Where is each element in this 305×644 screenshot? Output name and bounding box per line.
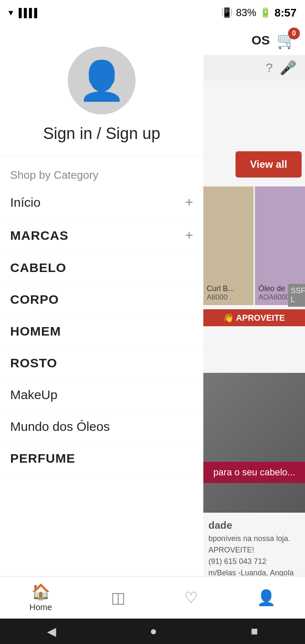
search-area: ? 🎤 — [203, 55, 305, 80]
avatar-icon: 👤 — [78, 58, 125, 103]
product-price-1: A8000 . — [207, 293, 250, 302]
drawer-menu-item-1[interactable]: MARCAS+ — [0, 219, 203, 252]
signal-icon: ▐▐▐▐ — [16, 8, 36, 18]
drawer-menu-item-7[interactable]: Mundo dos Óleos — [0, 411, 203, 443]
nav-wishlist[interactable]: ♡ — [184, 589, 198, 607]
drawer-menu-item-8[interactable]: PERFUME — [0, 443, 203, 475]
app-header: OS 🛒 0 — [203, 25, 305, 55]
store-info-phone: (91) 615 043 712 — [208, 556, 300, 567]
android-nav-bar: ◀ ● ■ — [0, 619, 305, 644]
drawer-menu-label-7: Mundo dos Óleos — [10, 419, 110, 434]
mic-icon[interactable]: 🎤 — [280, 60, 297, 76]
drawer-menu-label-0: Início — [10, 195, 41, 210]
drawer-menu-item-2[interactable]: CABELO — [0, 252, 203, 284]
heart-icon: ♡ — [184, 589, 198, 607]
store-area — [203, 373, 305, 534]
home-icon: 🏠 — [31, 583, 50, 601]
ssf-label: SSF L — [288, 284, 305, 307]
drawer-menu-item-5[interactable]: ROSTO — [0, 347, 203, 379]
status-left: ▾ ▐▐▐▐ — [8, 7, 36, 18]
nav-home-label: Home — [29, 602, 52, 612]
drawer-menu-item-4[interactable]: HOMEM — [0, 316, 203, 347]
drawer-menu-label-6: MakeUp — [10, 388, 58, 402]
drawer: 👤 Sign in / Sign up Shop by Category Iní… — [0, 25, 203, 619]
store-label: para o seu cabelo... — [203, 462, 305, 483]
battery-icon: 🔋 — [260, 7, 271, 18]
style-icon: ◫ — [111, 589, 125, 607]
product-name-1: Curl B... — [207, 284, 250, 293]
wifi-icon: ▾ — [8, 7, 13, 18]
battery-percent: 83% — [236, 7, 256, 19]
drawer-profile: 👤 Sign in / Sign up — [0, 25, 203, 156]
time-display: 8:57 — [274, 6, 297, 19]
nav-home[interactable]: 🏠 Home — [29, 583, 52, 612]
drawer-menu-item-6[interactable]: MakeUp — [0, 379, 203, 411]
drawer-menu-label-4: HOMEM — [10, 324, 61, 339]
drawer-menu-list: Início+MARCAS+CABELOCORPOHOMEMROSTOMakeU… — [0, 186, 203, 475]
recent-button[interactable]: ■ — [251, 625, 258, 638]
cart-badge: 0 — [288, 28, 300, 39]
cart-button[interactable]: 🛒 0 — [277, 31, 297, 50]
drawer-menu-item-3[interactable]: CORPO — [0, 284, 203, 316]
plus-icon: + — [185, 228, 193, 243]
vibrate-icon: 📳 — [221, 7, 233, 18]
drawer-menu-label-1: MARCAS — [10, 228, 69, 243]
nav-profile[interactable]: 👤 — [257, 589, 276, 607]
nav-style[interactable]: ◫ — [111, 589, 125, 607]
status-bar: ▾ ▐▐▐▐ 📳 83% 🔋 8:57 — [0, 0, 305, 25]
product-card-1[interactable]: Curl B... A8000 . — [203, 186, 253, 305]
sign-in-button[interactable]: Sign in / Sign up — [43, 125, 161, 143]
drawer-menu-label-2: CABELO — [10, 261, 67, 275]
search-question: ? — [266, 61, 273, 75]
home-button[interactable]: ● — [150, 625, 157, 638]
drawer-menu-label-3: CORPO — [10, 292, 59, 307]
store-info-dade: dade — [208, 518, 300, 533]
bottom-nav: 🏠 Home ◫ ♡ 👤 — [0, 576, 305, 619]
view-all-button[interactable]: View all — [236, 151, 302, 178]
store-info-line2: bponíveis na nossa loja. APROVEITE! — [208, 533, 300, 556]
drawer-menu-item-0[interactable]: Início+ — [0, 186, 203, 219]
category-section-title: Shop by Category — [0, 156, 203, 186]
store-info: dade bponíveis na nossa loja. APROVEITE!… — [203, 513, 305, 584]
avatar[interactable]: 👤 — [68, 47, 136, 114]
profile-icon: 👤 — [257, 589, 276, 607]
status-right: 📳 83% 🔋 8:57 — [221, 6, 297, 19]
drawer-menu-label-5: ROSTO — [10, 356, 57, 370]
promo-banner: 👋 APROVEITE — [203, 309, 305, 326]
app-title: OS — [252, 33, 270, 47]
main-container: OS 🛒 0 ? 🎤 View all Curl B... A8000 . Ól… — [0, 25, 305, 644]
drawer-menu-label-8: PERFUME — [10, 451, 75, 466]
back-button[interactable]: ◀ — [47, 625, 56, 638]
plus-icon: + — [185, 194, 193, 210]
